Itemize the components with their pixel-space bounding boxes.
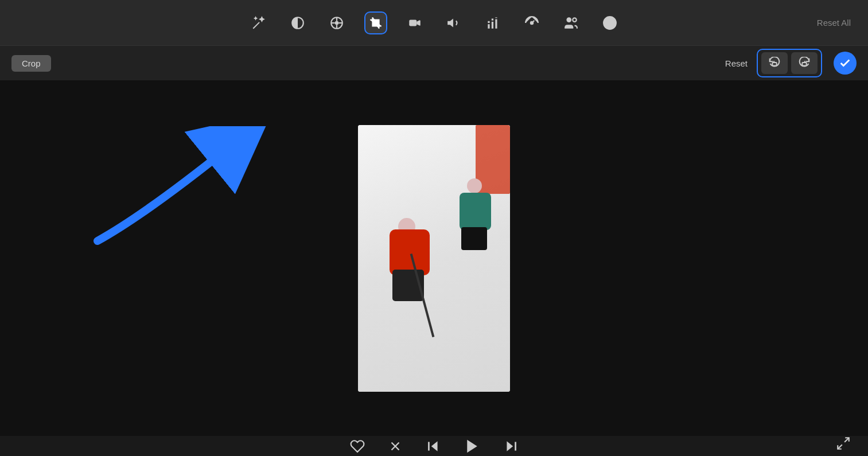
svg-line-0 — [253, 22, 259, 28]
heart-button[interactable] — [350, 439, 365, 454]
svg-rect-12 — [491, 18, 493, 20]
next-button[interactable] — [504, 439, 519, 454]
svg-marker-27 — [431, 441, 437, 451]
skier-figure — [381, 218, 444, 310]
svg-rect-14 — [495, 17, 497, 18]
svg-rect-10 — [488, 21, 489, 22]
audio-icon[interactable] — [442, 11, 465, 34]
svg-rect-23 — [802, 63, 806, 66]
video-icon[interactable] — [403, 11, 426, 34]
person2-jacket — [460, 193, 491, 230]
second-row: Crop Reset — [0, 46, 868, 80]
confirm-button[interactable] — [834, 52, 857, 75]
film-icon[interactable] — [325, 11, 348, 34]
svg-rect-13 — [495, 19, 497, 28]
blue-arrow-annotation — [80, 126, 356, 252]
svg-rect-9 — [488, 24, 489, 29]
svg-marker-8 — [447, 18, 453, 27]
svg-rect-7 — [409, 20, 417, 26]
rotate-left-button[interactable] — [761, 52, 788, 74]
toolbar-icons — [247, 11, 621, 34]
svg-line-33 — [838, 445, 842, 449]
bottom-bar — [0, 436, 868, 456]
speed-icon[interactable] — [520, 11, 543, 34]
top-toolbar: Reset All — [0, 0, 868, 46]
video-frame — [358, 125, 510, 392]
svg-marker-30 — [507, 441, 513, 451]
svg-marker-29 — [467, 439, 477, 453]
play-button[interactable] — [464, 438, 481, 455]
color-icon[interactable] — [286, 11, 309, 34]
video-content — [358, 125, 510, 392]
person2-head — [467, 178, 482, 193]
svg-point-2 — [334, 21, 338, 25]
person2-pants — [461, 227, 487, 250]
svg-line-32 — [844, 438, 849, 442]
main-area — [0, 80, 868, 436]
svg-point-18 — [573, 18, 577, 21]
magic-wand-icon[interactable] — [247, 11, 270, 34]
reject-button[interactable] — [388, 439, 403, 454]
crop-icon[interactable] — [364, 11, 387, 34]
rotate-right-button[interactable] — [791, 52, 818, 74]
equalizer-icon[interactable] — [481, 11, 504, 34]
svg-rect-22 — [772, 63, 776, 66]
reset-all-button[interactable]: Reset All — [817, 18, 851, 28]
overlay-icon[interactable] — [559, 11, 582, 34]
prev-button[interactable] — [426, 439, 441, 454]
reset-button[interactable]: Reset — [725, 59, 748, 68]
crop-label: Crop — [11, 55, 51, 72]
second-person — [457, 178, 503, 253]
svg-point-16 — [530, 21, 532, 24]
svg-point-17 — [566, 17, 571, 22]
skier-jacket — [390, 229, 430, 275]
expand-button[interactable] — [836, 436, 851, 454]
rotate-buttons-group — [757, 49, 822, 77]
info-icon[interactable] — [598, 11, 621, 34]
svg-rect-11 — [491, 21, 493, 28]
